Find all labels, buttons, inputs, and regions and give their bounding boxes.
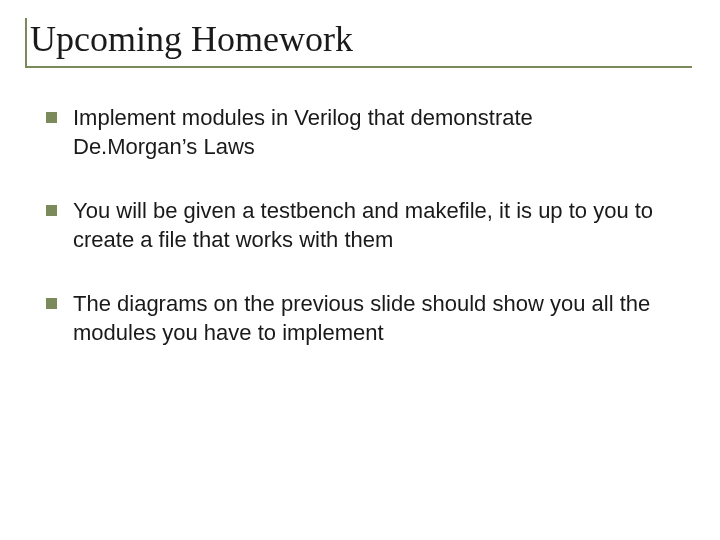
content-area: Implement modules in Verilog that demons… <box>28 104 692 348</box>
slide-title: Upcoming Homework <box>28 18 692 66</box>
list-item: The diagrams on the previous slide shoul… <box>46 290 662 347</box>
square-bullet-icon <box>46 298 57 309</box>
slide: Upcoming Homework Implement modules in V… <box>0 0 720 540</box>
bullet-text: The diagrams on the previous slide shoul… <box>73 290 662 347</box>
list-item: Implement modules in Verilog that demons… <box>46 104 662 161</box>
title-underline <box>25 66 692 68</box>
bullet-text: Implement modules in Verilog that demons… <box>73 104 662 161</box>
square-bullet-icon <box>46 112 57 123</box>
list-item: You will be given a testbench and makefi… <box>46 197 662 254</box>
bullet-text: You will be given a testbench and makefi… <box>73 197 662 254</box>
square-bullet-icon <box>46 205 57 216</box>
title-wrap: Upcoming Homework <box>28 18 692 66</box>
